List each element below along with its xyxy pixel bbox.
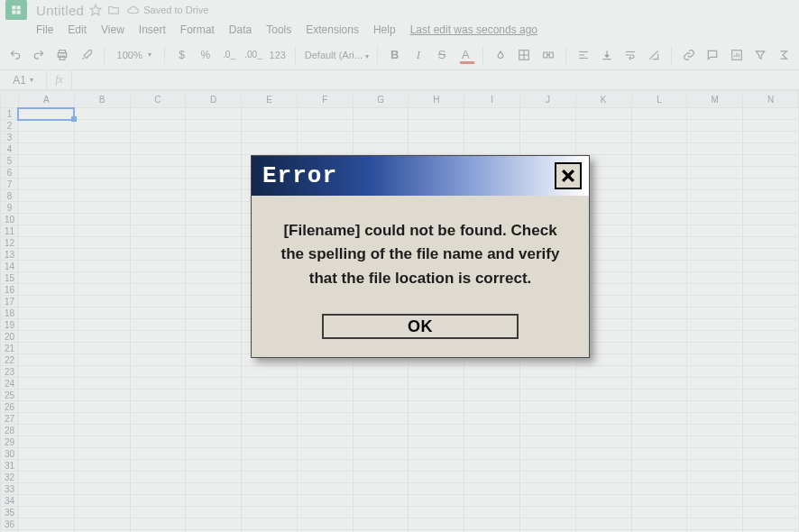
col-header-F[interactable]: F <box>297 91 353 108</box>
merge-cells-button[interactable] <box>540 45 556 65</box>
row-header-13[interactable]: 13 <box>1 249 19 261</box>
cell-B26[interactable] <box>74 401 130 413</box>
cell-M10[interactable] <box>687 214 743 225</box>
row-header-21[interactable]: 21 <box>1 343 19 354</box>
increase-decimal-button[interactable]: .00_ <box>244 45 262 65</box>
cell-J34[interactable] <box>519 495 575 507</box>
cell-A20[interactable] <box>18 331 74 343</box>
dialog-title-bar[interactable]: Error <box>252 156 589 196</box>
row-header-18[interactable]: 18 <box>1 307 19 319</box>
cell-H29[interactable] <box>409 436 464 448</box>
cell-H32[interactable] <box>409 472 464 483</box>
cell-A4[interactable] <box>18 143 74 155</box>
cell-D24[interactable] <box>186 378 242 390</box>
cell-D6[interactable] <box>186 167 242 179</box>
cell-G24[interactable] <box>353 378 409 390</box>
cell-F36[interactable] <box>297 518 353 530</box>
cell-A24[interactable] <box>18 378 74 390</box>
col-header-H[interactable]: H <box>409 91 464 108</box>
cell-L13[interactable] <box>631 249 687 261</box>
cell-E35[interactable] <box>242 507 298 518</box>
cell-A8[interactable] <box>18 190 74 202</box>
cell-F4[interactable] <box>297 143 353 155</box>
cell-I32[interactable] <box>464 472 520 483</box>
cell-M25[interactable] <box>687 390 743 401</box>
cell-M20[interactable] <box>687 331 743 343</box>
cell-A29[interactable] <box>18 436 74 448</box>
comment-button[interactable] <box>704 45 721 65</box>
cell-B20[interactable] <box>74 331 130 343</box>
ok-button[interactable]: OK <box>322 314 519 339</box>
menu-data[interactable]: Data <box>229 23 252 36</box>
cell-L18[interactable] <box>631 307 687 319</box>
cell-L7[interactable] <box>631 179 687 190</box>
cell-K27[interactable] <box>575 413 631 425</box>
cell-I23[interactable] <box>464 366 520 378</box>
cell-D13[interactable] <box>186 249 242 261</box>
cell-F33[interactable] <box>297 483 353 495</box>
cell-N23[interactable] <box>743 366 799 378</box>
cell-H30[interactable] <box>409 448 464 460</box>
cell-G30[interactable] <box>353 448 409 460</box>
cell-M34[interactable] <box>687 495 743 507</box>
col-header-D[interactable]: D <box>186 91 242 108</box>
cell-N35[interactable] <box>743 507 799 518</box>
col-header-A[interactable]: A <box>18 91 74 108</box>
col-header-G[interactable]: G <box>353 91 409 108</box>
cell-A16[interactable] <box>18 284 74 296</box>
cell-D20[interactable] <box>186 331 242 343</box>
row-header-11[interactable]: 11 <box>1 225 19 237</box>
cell-M18[interactable] <box>687 307 743 319</box>
cell-K23[interactable] <box>575 366 631 378</box>
cell-L21[interactable] <box>631 343 687 354</box>
italic-button[interactable]: I <box>410 45 427 65</box>
cell-L30[interactable] <box>631 448 687 460</box>
cell-C12[interactable] <box>130 237 186 249</box>
cell-H28[interactable] <box>409 425 464 436</box>
cell-D18[interactable] <box>186 307 242 319</box>
cell-C28[interactable] <box>130 425 186 436</box>
cell-B27[interactable] <box>74 413 130 425</box>
cell-J32[interactable] <box>519 472 575 483</box>
cell-D8[interactable] <box>186 190 242 202</box>
cell-M19[interactable] <box>687 319 743 331</box>
cell-I35[interactable] <box>464 507 520 518</box>
cell-G3[interactable] <box>353 132 409 143</box>
cell-B32[interactable] <box>74 472 130 483</box>
cell-D1[interactable] <box>186 108 242 120</box>
cell-A12[interactable] <box>18 237 74 249</box>
cell-F35[interactable] <box>297 507 353 518</box>
cell-C29[interactable] <box>130 436 186 448</box>
cell-F2[interactable] <box>297 120 353 132</box>
cell-M7[interactable] <box>687 179 743 190</box>
cell-D34[interactable] <box>186 495 242 507</box>
cell-D23[interactable] <box>186 366 242 378</box>
cell-L25[interactable] <box>631 390 687 401</box>
cell-N2[interactable] <box>743 120 799 132</box>
cell-I34[interactable] <box>464 495 520 507</box>
cell-D16[interactable] <box>186 284 242 296</box>
name-box[interactable]: A1▾ <box>0 70 47 89</box>
cell-B15[interactable] <box>74 272 130 284</box>
cell-L5[interactable] <box>631 155 687 167</box>
cell-D25[interactable] <box>186 390 242 401</box>
row-header-3[interactable]: 3 <box>1 132 19 143</box>
cell-M6[interactable] <box>687 167 743 179</box>
cell-C15[interactable] <box>130 272 186 284</box>
cell-I4[interactable] <box>464 143 520 155</box>
cell-J26[interactable] <box>519 401 575 413</box>
cell-C10[interactable] <box>130 214 186 225</box>
cell-N29[interactable] <box>743 436 799 448</box>
filter-button[interactable] <box>752 45 768 65</box>
cell-A9[interactable] <box>18 202 74 214</box>
cell-N19[interactable] <box>743 319 799 331</box>
cell-D5[interactable] <box>186 155 242 167</box>
cell-A2[interactable] <box>18 120 74 132</box>
cell-L26[interactable] <box>631 401 687 413</box>
cell-C22[interactable] <box>130 354 186 366</box>
cell-L10[interactable] <box>631 214 687 225</box>
row-header-24[interactable]: 24 <box>1 378 19 390</box>
cell-N24[interactable] <box>743 378 799 390</box>
cell-L33[interactable] <box>631 483 687 495</box>
cell-D35[interactable] <box>186 507 242 518</box>
